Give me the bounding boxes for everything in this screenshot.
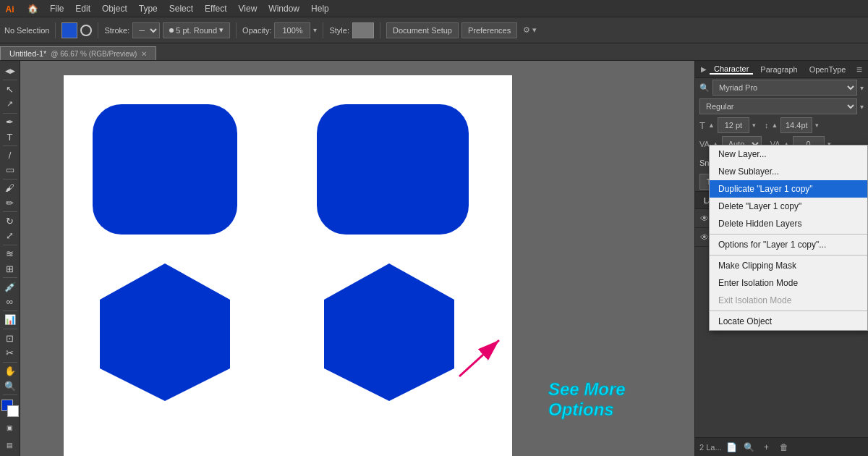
file-menu-item[interactable]: File	[44, 0, 69, 17]
scale-tool[interactable]: ⤢	[1, 229, 19, 243]
free-transform-tool[interactable]: ⊞	[1, 261, 19, 276]
search-icon: 🔍	[699, 83, 710, 93]
context-menu: New Layer... New Sublayer... Duplicate "…	[709, 145, 868, 331]
collapse-panel-btn[interactable]: ◀▶	[1, 64, 19, 78]
rotate-tool[interactable]: ↻	[1, 214, 19, 228]
style-swatch[interactable]	[352, 22, 374, 38]
tool-sep-11	[3, 394, 17, 395]
graph-tool[interactable]: 📊	[1, 313, 19, 327]
ctx-options[interactable]: Options for "Layer 1 copy"...	[710, 236, 867, 253]
preferences-btn[interactable]: Preferences	[461, 22, 517, 38]
pen-tool[interactable]: ✒	[1, 115, 19, 130]
paragraph-tab[interactable]: Paragraph	[756, 65, 801, 74]
tool-sep-4	[3, 179, 17, 180]
blend-tool[interactable]: ∞	[1, 295, 19, 309]
screen-mode-btn[interactable]: ▤	[1, 437, 19, 453]
tool-sep-7	[3, 277, 17, 278]
canvas-area[interactable]: See More Options	[20, 61, 694, 456]
ctx-new-sublayer[interactable]: New Sublayer...	[710, 163, 867, 180]
color-controls	[1, 400, 19, 418]
toolbar: No Selection Stroke: ─ 5 pt. Round ▾ Opa…	[0, 17, 868, 43]
leading-icon: ↕	[765, 121, 769, 130]
style-chevron[interactable]: ▾	[860, 103, 864, 111]
ctx-clipping-mask[interactable]: Make Clipping Mask	[710, 257, 867, 274]
selection-tool[interactable]: ↖	[1, 82, 19, 96]
leading-up-icon[interactable]: ▲	[771, 122, 778, 129]
type-menu-item[interactable]: Type	[133, 0, 163, 17]
fill-color-swatch[interactable]	[61, 22, 77, 38]
font-size-down-icon[interactable]: ▾	[752, 122, 756, 129]
window-menu-item[interactable]: Window	[263, 0, 305, 17]
opacity-label: Opacity:	[242, 26, 271, 35]
stroke-value-pill[interactable]: 5 pt. Round ▾	[163, 22, 230, 38]
svg-marker-2	[324, 263, 454, 401]
stroke-label: Stroke:	[104, 26, 129, 35]
home-menu-item[interactable]: 🏠	[22, 0, 44, 17]
toolbar-divider-3	[236, 22, 237, 38]
document-setup-btn[interactable]: Document Setup	[386, 22, 459, 38]
eyedropper-tool[interactable]: 💉	[1, 279, 19, 294]
ctx-sep-1	[710, 234, 867, 235]
ctx-new-layer[interactable]: New Layer...	[710, 145, 867, 163]
warp-tool[interactable]: ≋	[1, 247, 19, 261]
tab-subtitle: @ 66.67 % (RGB/Preview)	[51, 50, 137, 58]
canvas-document	[64, 75, 512, 456]
layers-make-sub-btn[interactable]: 📄	[725, 440, 739, 455]
paintbrush-tool[interactable]: 🖌	[1, 181, 19, 195]
layers-create-btn[interactable]: 🔍	[742, 440, 757, 455]
select-menu-item[interactable]: Select	[163, 0, 199, 17]
slice-tool[interactable]: ✂	[1, 345, 19, 360]
line-tool[interactable]: /	[1, 148, 19, 162]
shape-tool[interactable]: ▭	[1, 163, 19, 177]
edit-menu-item[interactable]: Edit	[69, 0, 96, 17]
help-menu-item[interactable]: Help	[305, 0, 335, 17]
font-size-field[interactable]	[718, 117, 749, 133]
opentype-tab[interactable]: OpenType	[805, 65, 851, 74]
tab-bar: Untitled-1* @ 66.67 % (RGB/Preview) ✕	[0, 43, 868, 61]
arrow-indicator	[452, 326, 510, 384]
font-style-select[interactable]: Regular	[699, 98, 857, 114]
tool-sep-8	[3, 311, 17, 311]
ctx-delete-hidden[interactable]: Delete Hidden Layers	[710, 215, 867, 232]
svg-marker-1	[100, 263, 230, 401]
layers-count-text: 2 La...	[699, 443, 722, 452]
font-name-select[interactable]: Myriad Pro	[712, 80, 857, 96]
toolbar-divider-4	[323, 22, 323, 38]
ctx-duplicate[interactable]: Duplicate "Layer 1 copy"	[710, 180, 867, 198]
character-tab[interactable]: Character	[710, 64, 753, 75]
extra-icons: ⚙ ▾	[523, 25, 537, 35]
hand-tool[interactable]: ✋	[1, 364, 19, 379]
color-mode-btns: ▣	[1, 420, 19, 436]
font-chevron[interactable]: ▾	[860, 84, 864, 92]
leading-down-icon[interactable]: ▾	[815, 122, 819, 129]
effect-menu-item[interactable]: Effect	[199, 0, 232, 17]
view-menu-item[interactable]: View	[233, 0, 263, 17]
opacity-chevron[interactable]: ▾	[313, 26, 317, 34]
pencil-tool[interactable]: ✏	[1, 195, 19, 210]
zoom-tool[interactable]: 🔍	[1, 379, 19, 393]
tab-close-btn[interactable]: ✕	[141, 50, 147, 58]
tool-sep-10	[3, 362, 17, 363]
char-panel-menu-btn[interactable]: ≡	[856, 64, 862, 75]
direct-selection-tool[interactable]: ↗	[1, 97, 19, 111]
stroke-indicator[interactable]	[7, 405, 19, 417]
character-panel-header: ▶ Character Paragraph OpenType ≡	[695, 61, 868, 78]
artboard-tool[interactable]: ⊡	[1, 331, 19, 345]
object-menu-item[interactable]: Object	[96, 0, 133, 17]
layers-add-btn[interactable]: +	[760, 440, 774, 455]
stroke-select[interactable]: ─	[132, 22, 160, 38]
shape-hexagon-2	[310, 256, 469, 401]
type-tool[interactable]: T	[1, 130, 19, 144]
ctx-enter-isolation[interactable]: Enter Isolation Mode	[710, 274, 867, 292]
ctx-delete-copy[interactable]: Delete "Layer 1 copy"	[710, 198, 867, 215]
document-tab[interactable]: Untitled-1* @ 66.67 % (RGB/Preview) ✕	[0, 46, 156, 60]
char-panel-collapse-icon[interactable]: ▶	[701, 65, 707, 73]
tool-sep-5	[3, 211, 17, 212]
tool-sep-3	[3, 145, 17, 146]
opacity-field[interactable]	[274, 22, 310, 38]
ctx-locate-object[interactable]: Locate Object	[710, 313, 867, 330]
normal-mode-btn[interactable]: ▣	[1, 420, 19, 436]
layers-delete-btn[interactable]: 🗑	[777, 440, 791, 455]
leading-field[interactable]	[780, 117, 812, 133]
font-size-up-icon[interactable]: ▲	[708, 122, 715, 129]
